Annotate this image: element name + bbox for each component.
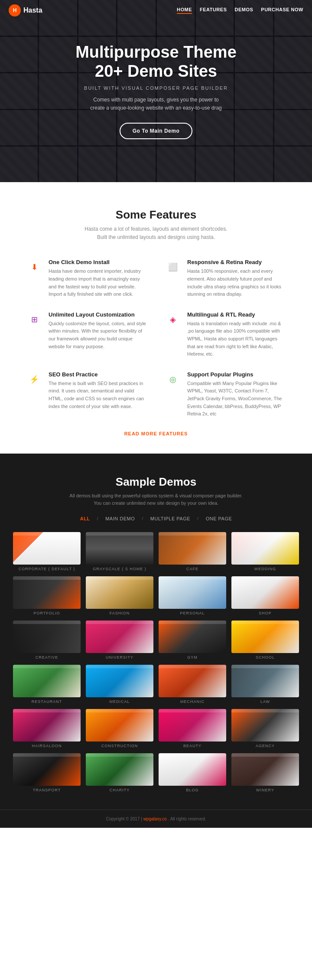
demo-thumb-inner-winery xyxy=(231,753,299,786)
feature-plugins-desc: Compatible with Many Popular Plugins lik… xyxy=(187,380,286,418)
demo-thumb-inner-mechanic xyxy=(159,665,226,697)
demo-card-portfolio[interactable]: PORTFOLIO xyxy=(13,576,81,615)
demo-card-beauty[interactable]: BEAUTY xyxy=(159,709,226,748)
demo-thumb-inner-grayscale xyxy=(86,532,153,565)
demo-card-medical[interactable]: MEDICAL xyxy=(86,665,153,704)
demo-thumb-inner-medical xyxy=(86,665,153,697)
features-section: Some Features Hasta come a lot of featur… xyxy=(0,182,312,454)
demo-card-hairsaloon[interactable]: HAIRSALOON xyxy=(13,709,81,748)
demo-thumb-mechanic xyxy=(159,665,226,697)
feature-multilingual-text: Multilingual & RTL Ready Hasta is transl… xyxy=(187,311,286,358)
navigation: H Hasta HOME FEATURES DEMOS PURCHASE NOW xyxy=(0,0,312,21)
demo-label-law: LAW xyxy=(231,699,299,704)
demo-card-agency[interactable]: AGENCY xyxy=(231,709,299,748)
demo-card-creative[interactable]: CREATIVE xyxy=(13,621,81,660)
feature-layout-text: Unlimited Layout Customization Quickly c… xyxy=(49,311,147,350)
demo-card-restaurant[interactable]: RESTAURANT xyxy=(13,665,81,704)
demo-card-school[interactable]: SCHOOL xyxy=(231,621,299,660)
demo-card-corporate[interactable]: CORPORATE ( DEFAULT ) xyxy=(13,532,81,571)
nav-demos[interactable]: DEMOS xyxy=(234,7,253,14)
demo-card-personal[interactable]: PERSONAL xyxy=(159,576,226,615)
read-more-link[interactable]: READ MORE FEATURES xyxy=(26,431,286,436)
demo-thumb-charity xyxy=(86,753,153,786)
filter-all[interactable]: ALL xyxy=(77,516,94,521)
feature-seo-desc: The theme is built with SEO best practic… xyxy=(49,380,147,410)
feature-layout-title: Unlimited Layout Customization xyxy=(49,311,147,318)
footer: Copyright © 2017 | wpgalaxy.co . All rig… xyxy=(0,810,312,828)
feature-plugins-text: Support Popular Plugins Compatible with … xyxy=(187,371,286,418)
demo-thumb-university xyxy=(86,621,153,653)
demo-card-fashion[interactable]: FASHION xyxy=(86,576,153,615)
hero-cta-button[interactable]: Go To Main Demo xyxy=(120,123,193,139)
nav-features[interactable]: FEATURES xyxy=(200,7,227,14)
demo-card-shop[interactable]: SHOP xyxy=(231,576,299,615)
demo-label-grayscale: GRAYSCALE ( S HOME ) xyxy=(86,567,153,571)
logo-text: Hasta xyxy=(23,7,42,14)
demo-label-wedding: WEDDING xyxy=(231,567,299,571)
demo-thumb-restaurant xyxy=(13,665,81,697)
demo-thumb-construction xyxy=(86,709,153,742)
demos-filter: ALL / MAIN DEMO / MULTIPLE PAGE / ONE PA… xyxy=(13,516,299,521)
demo-thumb-cafe xyxy=(159,532,226,565)
one-click-icon: ⬇ xyxy=(26,259,42,275)
demo-thumb-gym xyxy=(159,621,226,653)
demo-card-university[interactable]: UNIVERSITY xyxy=(86,621,153,660)
feature-responsive: ⬜ Responsive & Retina Ready Hasta 100% r… xyxy=(165,259,286,298)
hero-content: Multipurpose Theme20+ Demo Sites BUILT W… xyxy=(58,43,254,139)
demo-thumb-inner-portfolio xyxy=(13,576,81,609)
demo-thumb-creative xyxy=(13,621,81,653)
seo-icon: ⚡ xyxy=(26,371,42,388)
demo-thumb-inner-fashion xyxy=(86,576,153,609)
demo-card-grayscale[interactable]: GRAYSCALE ( S HOME ) xyxy=(86,532,153,571)
feature-multilingual-desc: Hasta is translation ready with include … xyxy=(187,320,286,358)
demo-thumb-law xyxy=(231,665,299,697)
demo-thumb-inner-corporate xyxy=(13,532,81,565)
demo-card-construction[interactable]: CONSTRUCTION xyxy=(86,709,153,748)
features-title: Some Features xyxy=(26,208,286,222)
demos-grid: CORPORATE ( DEFAULT ) GRAYSCALE ( S HOME… xyxy=(13,532,299,792)
filter-multiple[interactable]: MULTIPLE PAGE xyxy=(147,516,194,521)
demos-subtitle: All demos built using the powerful optio… xyxy=(13,492,299,507)
demo-card-law[interactable]: LAW xyxy=(231,665,299,704)
logo-icon: H xyxy=(9,4,21,16)
nav-purchase[interactable]: PURCHASE NOW xyxy=(261,7,303,14)
feature-layout: ⊞ Unlimited Layout Customization Quickly… xyxy=(26,311,147,358)
filter-onepage[interactable]: ONE PAGE xyxy=(202,516,236,521)
feature-seo: ⚡ SEO Best Practice The theme is built w… xyxy=(26,371,147,418)
demo-thumb-inner-charity xyxy=(86,753,153,786)
logo[interactable]: H Hasta xyxy=(9,4,42,16)
demo-label-university: UNIVERSITY xyxy=(86,655,153,660)
footer-link[interactable]: wpgalaxy.co xyxy=(143,817,167,821)
demo-thumb-inner-blog xyxy=(159,753,226,786)
feature-responsive-title: Responsive & Retina Ready xyxy=(187,259,286,265)
demo-label-agency: AGENCY xyxy=(231,744,299,748)
feature-one-click-title: One Click Demo Install xyxy=(49,259,147,265)
demo-thumb-inner-agency xyxy=(231,709,299,742)
demo-card-cafe[interactable]: CAFE xyxy=(159,532,226,571)
demo-card-winery[interactable]: WINERY xyxy=(231,753,299,792)
demo-thumb-school xyxy=(231,621,299,653)
demo-card-transport[interactable]: TRANSPORT xyxy=(13,753,81,792)
demo-label-gym: GYM xyxy=(159,655,226,660)
demo-card-charity[interactable]: CHARITY xyxy=(86,753,153,792)
feature-one-click-text: One Click Demo Install Hasta have demo c… xyxy=(49,259,147,298)
features-subtitle: Hasta come a lot of features, layouts an… xyxy=(26,225,286,242)
demo-thumb-inner-beauty xyxy=(159,709,226,742)
demo-thumb-inner-shop xyxy=(231,576,299,609)
demo-label-winery: WINERY xyxy=(231,788,299,792)
feature-plugins: ◎ Support Popular Plugins Compatible wit… xyxy=(165,371,286,418)
filter-main[interactable]: MAIN DEMO xyxy=(102,516,138,521)
demo-card-mechanic[interactable]: MECHANIC xyxy=(159,665,226,704)
features-grid: ⬇ One Click Demo Install Hasta have demo… xyxy=(26,259,286,418)
demo-thumb-grayscale xyxy=(86,532,153,565)
nav-home[interactable]: HOME xyxy=(177,7,192,14)
demo-card-wedding[interactable]: WEDDING xyxy=(231,532,299,571)
demo-card-gym[interactable]: GYM xyxy=(159,621,226,660)
demo-thumb-hairsaloon xyxy=(13,709,81,742)
plugins-icon: ◎ xyxy=(165,371,181,388)
demo-label-mechanic: MECHANIC xyxy=(159,699,226,704)
feature-responsive-text: Responsive & Retina Ready Hasta 100% res… xyxy=(187,259,286,298)
multilingual-icon: ◈ xyxy=(165,311,181,328)
demo-card-blog[interactable]: BLOG xyxy=(159,753,226,792)
demo-label-blog: BLOG xyxy=(159,788,226,792)
